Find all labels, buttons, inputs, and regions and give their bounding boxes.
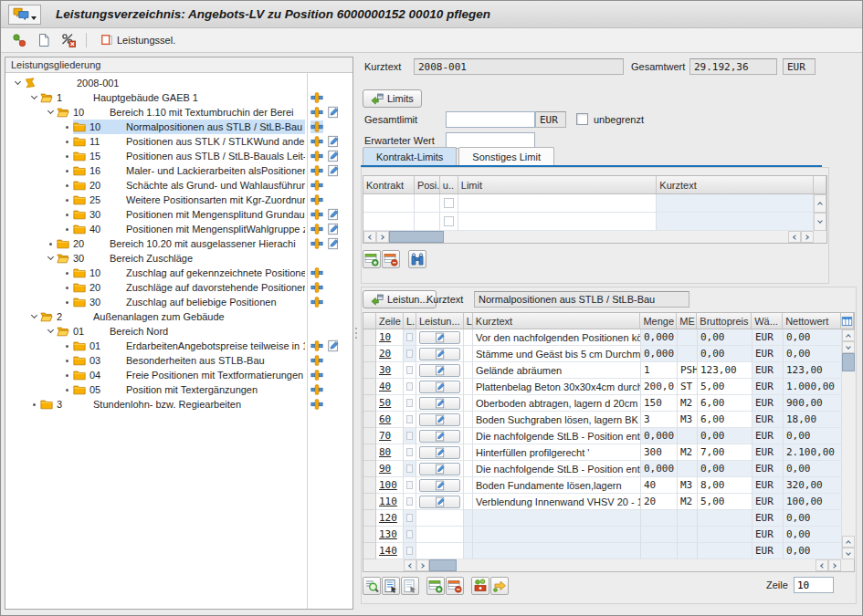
bruttopreis-cell[interactable]: 7,00: [698, 444, 752, 461]
leistung-button[interactable]: Leistun...: [363, 290, 437, 308]
relationship-pin-icon[interactable]: [310, 106, 323, 119]
expander-icon[interactable]: [27, 316, 40, 318]
zeile-link[interactable]: 10: [379, 331, 391, 343]
tree-node[interactable]: 16Maler- und Lackierarbeiten alsPosition…: [5, 163, 353, 178]
kontrakt-cell[interactable]: [440, 213, 458, 231]
edit-longtext-button[interactable]: [419, 381, 460, 393]
kurztext-cell[interactable]: [473, 527, 641, 543]
tree-node[interactable]: 15Positionen aus STLB / StLB-Bauals Leit…: [5, 149, 353, 163]
kurztext-cell[interactable]: Hinterfüllen profilgerecht ': [473, 444, 641, 461]
column-header-Kurztext[interactable]: Kurztext: [657, 176, 814, 194]
kontrakt-delete-line-button[interactable]: [382, 250, 400, 268]
edit-text-icon[interactable]: [327, 106, 340, 119]
relationship-pin-icon[interactable]: [310, 339, 323, 352]
zeile-link[interactable]: 40: [379, 381, 391, 392]
kontrakt-cell[interactable]: [415, 213, 440, 231]
row-select-cell[interactable]: [363, 395, 376, 412]
kurztext-cell[interactable]: Oberboden abtragen, lagern d 20cm: [473, 395, 641, 412]
tab-sonstiges-limit[interactable]: Sonstiges Limit: [458, 147, 554, 165]
column-header-Nettowert[interactable]: Nettowert: [783, 313, 841, 329]
scroll-right-button[interactable]: [416, 559, 429, 571]
column-header-Bruttopreis[interactable]: Bruttopreis: [697, 313, 752, 329]
scroll-left-button[interactable]: [816, 559, 828, 571]
row-select-cell[interactable]: [363, 510, 376, 527]
kurztext-cell[interactable]: Boden Suchgraben lösen, lagern BK 3/4: [473, 412, 641, 428]
leistungssel-button[interactable]: Leistungssel.: [95, 31, 181, 49]
tab-kontrakt-limits[interactable]: Kontrakt-Limits: [363, 147, 457, 165]
select-end-button[interactable]: [401, 577, 419, 595]
edit-text-icon[interactable]: [327, 150, 340, 162]
zeile-input[interactable]: [794, 577, 834, 593]
tree-node[interactable]: 11Positionen aus STLK / STLKWund anderen…: [5, 134, 353, 149]
kurztext-cell[interactable]: Boden Fundamente lösen,lagern: [473, 477, 641, 494]
menge-cell[interactable]: 1: [641, 362, 678, 379]
tree-node[interactable]: 2008-001: [5, 76, 353, 90]
scroll-right-button[interactable]: [828, 559, 841, 571]
kontrakt-cell[interactable]: [415, 194, 440, 213]
insert-line-button[interactable]: [426, 577, 445, 595]
hscroll-thumb[interactable]: [429, 559, 457, 571]
column-header-Menge[interactable]: Menge: [640, 313, 677, 329]
edit-longtext-button[interactable]: [419, 479, 460, 492]
row-select-cell[interactable]: [363, 444, 376, 461]
me-cell[interactable]: M3: [678, 412, 698, 428]
zeile-link[interactable]: 80: [379, 446, 391, 458]
menge-cell[interactable]: 300: [641, 444, 678, 461]
edit-text-icon[interactable]: [327, 223, 340, 235]
row-select-cell[interactable]: [363, 543, 376, 559]
expander-icon[interactable]: [44, 257, 57, 259]
scroll-right-button[interactable]: [801, 231, 814, 243]
kontrakt-insert-line-button[interactable]: [363, 250, 381, 268]
row-select-cell[interactable]: [363, 494, 376, 510]
select-block-button[interactable]: [382, 577, 400, 595]
scroll-left-button[interactable]: [363, 231, 376, 243]
tree-node[interactable]: 30Positionen mit Mengensplitund Grundaus…: [5, 207, 353, 222]
edit-longtext-button[interactable]: [419, 331, 460, 344]
kurztext-cell[interactable]: Plattenbelag Beton 30x30x4cm durchg..: [473, 379, 641, 395]
zeile-link[interactable]: 90: [379, 463, 391, 475]
relationship-pin-icon[interactable]: [310, 179, 323, 192]
tree-node[interactable]: 25Weitere Positionsarten mit Kgr-Zuordnu…: [5, 193, 353, 207]
expander-icon[interactable]: [44, 330, 57, 332]
menge-cell[interactable]: 20: [641, 494, 678, 510]
edit-longtext-button[interactable]: [419, 364, 460, 377]
unbegrenzt-checkbox[interactable]: [576, 113, 588, 125]
kurztext-cell[interactable]: Die nachfolgende StLB - Position enthält: [473, 428, 641, 444]
scroll-up-button[interactable]: [842, 536, 855, 548]
column-header-Leistun...[interactable]: Leistun...: [416, 313, 464, 329]
menge-cell[interactable]: 150: [641, 395, 678, 412]
row-select-cell[interactable]: [363, 412, 376, 428]
relationship-pin-icon[interactable]: [310, 208, 323, 221]
services-button[interactable]: [490, 577, 509, 595]
row-select-cell[interactable]: [363, 527, 376, 543]
delete-line-button[interactable]: [446, 577, 464, 595]
row-checkbox[interactable]: [444, 216, 454, 226]
zeile-link[interactable]: 30: [379, 364, 391, 376]
column-header-Zeile[interactable]: Zeile: [376, 313, 404, 329]
kurztext-cell[interactable]: Verblendung Innenwand VHSV 20 - 1,..: [473, 494, 641, 510]
bruttopreis-cell[interactable]: 5,00: [698, 494, 752, 510]
row-select-cell[interactable]: [363, 346, 376, 362]
row-select-cell[interactable]: [363, 461, 376, 477]
me-cell[interactable]: M2: [678, 395, 698, 412]
tree-node[interactable]: 30Bereich Zuschläge: [5, 251, 353, 266]
edit-longtext-button[interactable]: [419, 348, 460, 360]
expander-icon[interactable]: [44, 111, 57, 113]
relationship-pin-icon[interactable]: [310, 281, 323, 294]
tree-node[interactable]: 1Hauptgebäude GAEB 1: [5, 90, 353, 105]
column-header-Wä...[interactable]: Wä...: [752, 313, 783, 329]
kurztext-cell[interactable]: Die nachfolgende StLB - Position enthält: [473, 461, 641, 477]
zeile-link[interactable]: 130: [379, 528, 397, 540]
kurztext-cell[interactable]: [473, 543, 641, 559]
edit-text-icon[interactable]: [327, 208, 340, 221]
relationship-pin-icon[interactable]: [310, 150, 323, 162]
me-cell[interactable]: ST: [678, 379, 698, 395]
bruttopreis-cell[interactable]: 6,00: [698, 395, 752, 412]
bruttopreis-cell[interactable]: 123,00: [698, 362, 752, 379]
kontrakt-find-button[interactable]: [408, 250, 426, 268]
me-cell[interactable]: M3: [678, 477, 698, 494]
column-header-L[interactable]: L: [464, 313, 473, 329]
tree-node[interactable]: 20Bereich 10.20 mit ausgelassener Hierac…: [5, 236, 353, 251]
gesamtlimit-input[interactable]: [446, 111, 535, 128]
kurztext-cell[interactable]: Vor den nachfolgenden Positionen kön..: [473, 329, 641, 346]
